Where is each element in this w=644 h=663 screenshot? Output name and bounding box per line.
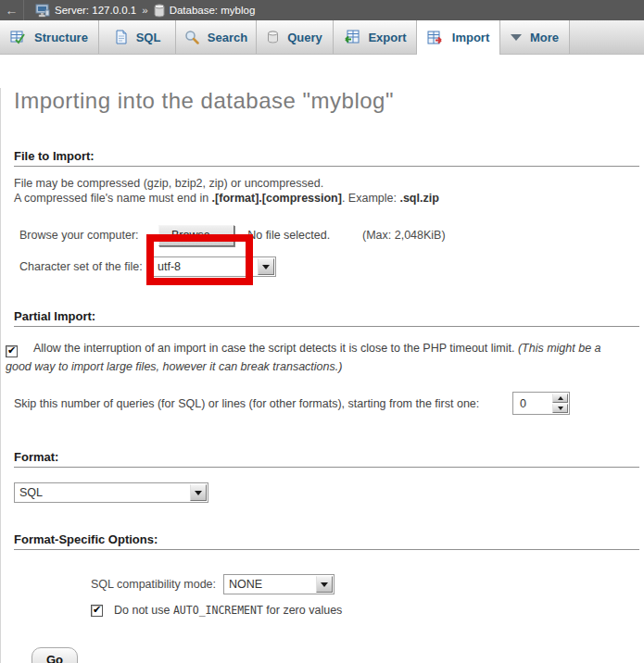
browse-row: Browse your computer: Browse… No file se… [1, 223, 644, 247]
search-icon [184, 30, 199, 44]
tab-more[interactable]: More [500, 20, 570, 54]
tab-label: Search [208, 31, 247, 44]
skip-queries-value: 0 [514, 397, 552, 410]
spinner-up-icon[interactable] [552, 394, 568, 403]
go-button[interactable]: Go [32, 647, 78, 663]
auto-increment-row: Do not use AUTO_INCREMENT for zero value… [1, 604, 644, 617]
export-icon [343, 30, 360, 44]
section-heading-format-specific: Format-Specific Options: [14, 532, 644, 546]
tab-export[interactable]: Export [334, 20, 417, 54]
dropdown-arrow-icon[interactable] [316, 576, 333, 593]
page-title: Importing into the database "myblog" [14, 88, 644, 114]
query-icon [267, 30, 279, 44]
tab-label: Query [287, 31, 322, 44]
sql-compatibility-select[interactable]: NONE [223, 574, 335, 594]
auto-increment-label: Do not use AUTO_INCREMENT for zero value… [114, 604, 342, 617]
skip-queries-row: Skip this number of queries (for SQL) or… [1, 392, 644, 415]
tab-query[interactable]: Query [257, 20, 334, 54]
spinner-buttons [552, 394, 568, 413]
allow-interruption-row: Allow the interruption of an import in c… [6, 339, 619, 376]
browse-button[interactable]: Browse… [158, 225, 234, 246]
auto-increment-code: AUTO_INCREMENT [173, 604, 263, 617]
back-arrow-button[interactable]: ← [0, 0, 24, 20]
breadcrumb-server[interactable]: Server: 127.0.0.1 [35, 4, 136, 18]
main-content: Importing into the database "myblog" Fil… [0, 88, 644, 663]
tab-bar: Structure SQL Search [0, 20, 644, 55]
back-arrow-icon: ← [6, 3, 19, 18]
tab-structure[interactable]: Structure [0, 20, 99, 54]
dropdown-arrow-icon[interactable] [258, 258, 274, 275]
dropdown-arrow-icon[interactable] [190, 484, 207, 501]
charset-label: Character set of the file: [19, 260, 152, 273]
breadcrumb-database[interactable]: Database: myblog [154, 4, 256, 18]
allow-interruption-checkbox[interactable] [6, 345, 18, 357]
section-divider [14, 549, 639, 550]
section-heading-file-to-import: File to Import: [14, 149, 644, 163]
skip-queries-spinner[interactable]: 0 [512, 392, 570, 415]
section-divider [14, 467, 639, 468]
sql-compatibility-row: SQL compatibility mode: NONE [1, 573, 644, 595]
breadcrumb-server-label: Server: 127.0.0.1 [55, 5, 136, 16]
tab-label: Structure [34, 31, 88, 44]
structure-icon [10, 30, 26, 44]
tab-sql[interactable]: SQL [99, 20, 176, 54]
format-select[interactable]: SQL [14, 482, 208, 503]
charset-select[interactable]: utf-8 [152, 256, 276, 277]
browse-label: Browse your computer: [19, 229, 152, 242]
breadcrumb-database-label: Database: myblog [170, 5, 256, 16]
sql-icon [114, 30, 128, 44]
database-icon [154, 4, 165, 18]
no-file-selected-text: No file selected. [247, 229, 330, 242]
allow-interruption-label: Allow the interruption of an import in c… [33, 342, 518, 355]
charset-selected-value: utf-8 [158, 260, 258, 273]
tab-label: More [530, 31, 559, 44]
server-icon [35, 4, 50, 18]
section-divider [14, 166, 639, 167]
section-divider [14, 326, 639, 327]
tab-bar-filler [570, 20, 644, 54]
format-selected-value: SQL [19, 486, 190, 499]
breadcrumb-separator: » [142, 5, 147, 16]
sql-compatibility-label: SQL compatibility mode: [91, 578, 216, 591]
tab-search[interactable]: Search [176, 20, 257, 54]
skip-queries-label: Skip this number of queries (for SQL) or… [14, 397, 479, 410]
tab-import[interactable]: Import [417, 20, 500, 55]
spinner-down-icon[interactable] [552, 404, 568, 413]
section-heading-partial-import: Partial Import: [14, 309, 644, 323]
charset-row: Character set of the file: utf-8 [1, 256, 644, 278]
import-icon [427, 31, 444, 45]
tab-label: SQL [136, 31, 161, 44]
tab-label: Export [368, 31, 406, 44]
max-upload-size: (Max: 2,048KiB) [362, 229, 446, 242]
auto-increment-checkbox[interactable] [91, 605, 103, 617]
sql-compatibility-value: NONE [229, 578, 316, 591]
breadcrumb-bar: ← Server: 127.0.0.1 » Database: myblog [0, 0, 644, 20]
section-heading-format: Format: [14, 450, 644, 464]
chevron-down-icon [511, 34, 522, 41]
tab-label: Import [452, 31, 489, 44]
compression-info-text: File may be compressed (gzip, bzip2, zip… [14, 176, 644, 206]
